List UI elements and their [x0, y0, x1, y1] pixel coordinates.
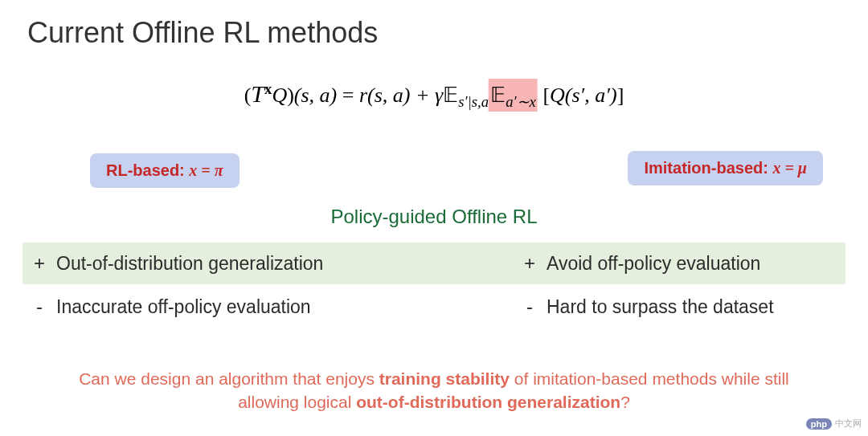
subtitle: Policy-guided Offline RL — [330, 206, 537, 228]
plus-sign-left: + — [23, 252, 56, 275]
eq-args1: (s, a) — [294, 84, 337, 107]
cons-row: - Inaccurate off-policy evaluation - Har… — [23, 295, 845, 318]
q-part1: Can we design an algorithm that enjoys — [79, 369, 379, 388]
highlighted-expectation: 𝔼a′∼x — [489, 79, 538, 112]
pros-row: + Out-of-distribution generalization + A… — [23, 242, 845, 284]
badge-right-prefix: Imitation-based: — [644, 159, 772, 177]
bellman-equation: (TxQ)(s, a) = r(s, a) + γ𝔼s′|s,a𝔼a′∼x [Q… — [244, 80, 624, 111]
pros-right-cell: + Avoid off-policy evaluation — [513, 252, 845, 275]
pros-left-cell: + Out-of-distribution generalization — [23, 252, 513, 275]
q-bold2: out-of-distribution generalization — [356, 393, 620, 411]
eq-E1-sub: s′|s,a — [458, 93, 489, 110]
imitation-based-badge: Imitation-based: x = μ — [628, 151, 823, 185]
eq-gamma: γ — [435, 84, 443, 107]
minus-sign-left: - — [23, 295, 56, 318]
cons-left-text: Inaccurate off-policy evaluation — [56, 296, 311, 318]
cons-right-cell: - Hard to surpass the dataset — [513, 295, 845, 318]
pros-left-text: Out-of-distribution generalization — [56, 253, 323, 275]
eq-bracket-close: ] — [617, 84, 624, 107]
badge-right-eq: x = μ — [772, 159, 807, 177]
watermark-text: 中文网 — [835, 418, 862, 430]
q-bold1: training stability — [379, 369, 510, 388]
eq-E1: 𝔼 — [443, 84, 458, 107]
rl-based-badge: RL-based: x = π — [90, 153, 240, 188]
eq-operator-T: T — [251, 80, 264, 107]
minus-sign-right: - — [513, 295, 547, 318]
pros-right-text: Avoid off-policy evaluation — [547, 253, 760, 275]
eq-rparen: ) — [287, 84, 294, 107]
eq-E2-sub: a′∼x — [506, 93, 536, 110]
eq-r-term: r(s, a) + — [359, 84, 435, 107]
eq-E2: 𝔼 — [490, 84, 506, 107]
eq-Q2: Q — [550, 84, 565, 107]
plus-sign-right: + — [513, 252, 547, 275]
php-logo: php — [806, 418, 832, 430]
badge-left-prefix: RL-based: — [106, 161, 189, 179]
badge-left-eq: x = π — [189, 161, 223, 179]
cons-right-text: Hard to surpass the dataset — [547, 296, 774, 318]
eq-lparen: ( — [244, 84, 252, 107]
q-part3: ? — [620, 393, 630, 411]
eq-equals: = — [337, 84, 359, 107]
watermark: php 中文网 — [806, 418, 862, 430]
research-question: Can we design an algorithm that enjoys t… — [64, 368, 804, 414]
eq-sup-x: x — [264, 80, 272, 97]
eq-args2: (s′, a′) — [565, 84, 617, 107]
eq-Q: Q — [272, 84, 287, 107]
eq-bracket-open: [ — [538, 84, 550, 107]
cons-left-cell: - Inaccurate off-policy evaluation — [23, 295, 513, 318]
page-title: Current Offline RL methods — [27, 16, 378, 50]
